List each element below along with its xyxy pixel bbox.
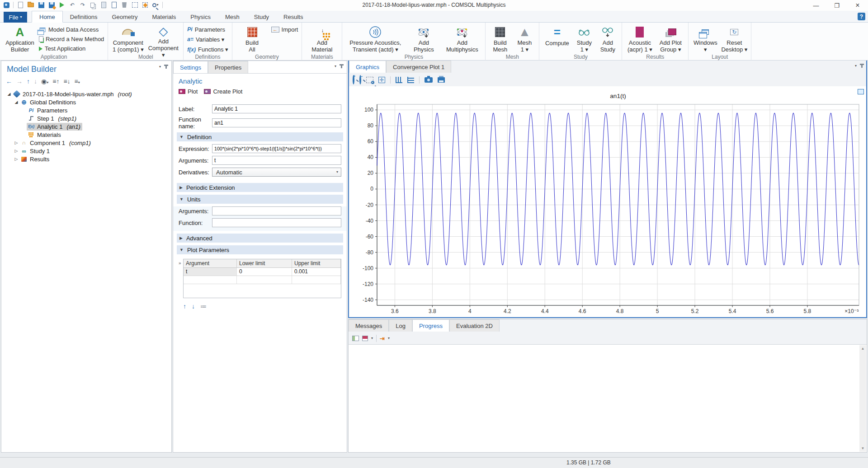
windows-button[interactable]: Windows▾ (692, 24, 718, 53)
section-plot-parameters[interactable]: ▼ Plot Parameters (177, 245, 343, 254)
expression-field[interactable] (212, 144, 341, 153)
file-menu-button[interactable]: File▾ (4, 12, 27, 23)
mesh-1-button[interactable]: ▲ Mesh1 ▾ (514, 24, 535, 53)
expand-all-icon[interactable]: ≡↑ (52, 78, 59, 84)
paste-button[interactable] (100, 1, 107, 9)
table-row[interactable]: t 0 0.001 (184, 268, 341, 276)
add-study-button[interactable]: AddStudy (597, 24, 618, 53)
study-1-button[interactable]: Study1 ▾ (574, 24, 594, 53)
table-options-button[interactable]: ≔ (200, 303, 207, 310)
section-periodic-extension[interactable]: ▶ Periodic Extension (177, 183, 343, 192)
run-button[interactable] (58, 1, 66, 9)
image-snapshot-icon[interactable] (425, 77, 433, 83)
save-as-button[interactable] (48, 1, 55, 9)
ribbon-tab-physics[interactable]: Physics (183, 11, 218, 23)
chevron-down-icon[interactable]: ▾ (159, 65, 161, 69)
move-down-icon[interactable]: ↓ (34, 78, 37, 84)
close-button[interactable]: × (847, 0, 868, 11)
find-button[interactable]: ▾ (152, 1, 159, 9)
ribbon-tab-results[interactable]: Results (276, 11, 310, 23)
ribbon-tab-home[interactable]: Home (32, 11, 63, 23)
save-button[interactable] (38, 1, 45, 9)
add-component-button[interactable]: ◇ AddComponent ▾ (147, 24, 179, 53)
label-field[interactable] (212, 104, 341, 113)
duplicate-button[interactable] (110, 1, 118, 9)
ribbon-tab-geometry[interactable]: Geometry (104, 11, 145, 23)
ribbon-tab-study[interactable]: Study (247, 11, 276, 23)
chevron-down-icon[interactable]: ▾ (371, 337, 373, 340)
create-plot-button[interactable]: Create Plot (204, 88, 242, 95)
delete-button[interactable] (121, 1, 128, 9)
scroll-down-icon[interactable]: ▼ (861, 445, 865, 452)
follow-progress-icon[interactable]: ⇥ (380, 336, 385, 342)
model-data-access-button[interactable]: Model Data Access (39, 26, 104, 33)
vertical-grid-icon[interactable] (396, 77, 402, 83)
pin-icon[interactable] (341, 64, 342, 68)
ribbon-tab-definitions[interactable]: Definitions (63, 11, 105, 23)
restore-button[interactable]: ❐ (826, 0, 847, 11)
table-select-icon[interactable]: » (179, 261, 181, 266)
tree-item-root[interactable]: ◢ 2017-01-18-Model-lipus-water.mph(root) (3, 90, 170, 98)
add-multiphysics-button[interactable]: AddMultiphysics (443, 24, 481, 53)
derivatives-select[interactable]: Automatic ▾ (212, 168, 341, 177)
print-icon[interactable] (438, 77, 445, 83)
reset-desktop-button[interactable]: ↻ ResetDesktop ▾ (721, 24, 747, 53)
units-arguments-field[interactable] (212, 206, 341, 215)
move-row-down-button[interactable]: ↓ (192, 303, 195, 310)
clear-selection-button[interactable] (142, 1, 149, 9)
vertical-scrollbar[interactable]: ▲ ▼ (859, 345, 866, 452)
chevron-down-icon[interactable]: ▾ (388, 337, 390, 340)
tab-graphics[interactable]: Graphics (349, 61, 386, 73)
import-button[interactable]: ← Import (271, 26, 298, 33)
chevron-down-icon[interactable]: ▾ (855, 64, 857, 68)
record-a-new-method-button[interactable]: Record a New Method (39, 35, 104, 43)
expand-icon[interactable]: ◢ (6, 92, 12, 96)
arguments-field[interactable] (212, 156, 341, 165)
application-builder-button[interactable]: A ApplicationBuilder (4, 24, 36, 53)
go-back-icon[interactable]: ← (6, 78, 12, 84)
clear-progress-icon[interactable] (362, 336, 368, 341)
new-file-button[interactable] (17, 1, 24, 9)
collapsed-icon[interactable]: ▷ (13, 140, 19, 145)
function-name-field[interactable] (212, 118, 341, 127)
collapsed-icon[interactable]: ▷ (13, 157, 19, 161)
section-definition[interactable]: ▼ Definition (177, 132, 343, 141)
pin-icon[interactable] (861, 64, 863, 68)
tree-item-materials[interactable]: Materials (3, 131, 170, 139)
variables-button[interactable]: a= Variables ▾ (187, 36, 228, 43)
redo-button[interactable]: ↷ (79, 1, 86, 9)
expand-icon[interactable]: ◢ (13, 100, 19, 104)
tab-convergence-plot-1[interactable]: Convergence Plot 1 (386, 61, 451, 73)
move-row-up-button[interactable]: ↑ (183, 303, 186, 310)
add-material-button[interactable]: ↓ AddMaterial (306, 24, 338, 53)
minimize-button[interactable]: — (806, 0, 826, 11)
test-application-button[interactable]: Test Application (39, 45, 104, 52)
horizontal-grid-icon[interactable] (407, 77, 414, 83)
tab-properties[interactable]: Properties (208, 61, 248, 73)
zoom-in-icon[interactable]: + (353, 76, 354, 84)
units-function-field[interactable] (212, 218, 341, 227)
compute-button[interactable]: = Compute (543, 24, 571, 53)
add-plot-group-button[interactable]: Add PlotGroup ▾ (656, 24, 684, 53)
scroll-up-icon[interactable]: ▲ (861, 345, 865, 352)
acoustic-acpr-1-button[interactable]: Acoustic(acpr) 1 ▾ (626, 24, 654, 53)
tree-item-parameters[interactable]: Pi Parameters (3, 106, 170, 114)
ribbon-tab-materials[interactable]: Materials (145, 11, 183, 23)
tree-item-study-1[interactable]: ▷ ∞ Study 1 (3, 147, 170, 155)
tab-messages[interactable]: Messages (349, 319, 389, 332)
tree-item-step-1[interactable]: Step 1(step1) (3, 114, 170, 122)
pressure-acoustics-button[interactable]: Pressure Acoustics,Transient (actd) ▾ (346, 24, 405, 53)
zoom-box-icon[interactable] (366, 77, 373, 83)
tree-item-component-1[interactable]: ▷ ∩ Component 1(comp1) (3, 139, 170, 147)
chevron-down-icon[interactable]: ▾ (335, 65, 336, 68)
collapse-all-icon[interactable]: ≡↓ (63, 78, 70, 84)
pin-icon[interactable] (165, 65, 167, 69)
tab-log[interactable]: Log (389, 319, 412, 332)
undo-button[interactable]: ↶ (69, 1, 76, 9)
help-icon[interactable]: ? (858, 13, 865, 20)
node-text-options-icon[interactable]: ≡▾ (75, 78, 80, 84)
select-box-button[interactable] (131, 1, 138, 9)
tree-item-results[interactable]: ▷ Results (3, 155, 170, 163)
build-all-button[interactable]: BuildAll (236, 24, 269, 53)
build-mesh-button[interactable]: BuildMesh (489, 24, 511, 53)
